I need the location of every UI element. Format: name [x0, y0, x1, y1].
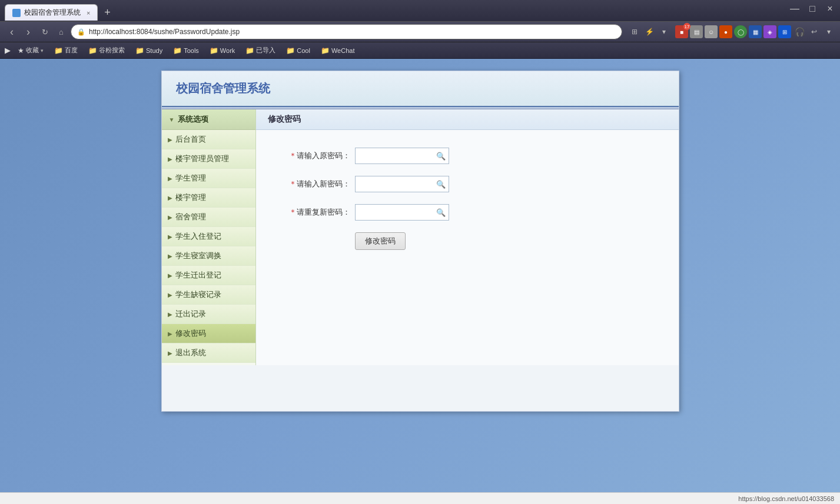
more-icon[interactable]: ▾ — [822, 25, 835, 38]
lightning-icon[interactable]: ⚡ — [643, 25, 656, 38]
nav-expand-icon[interactable]: ▾ — [658, 25, 670, 38]
maximize-button[interactable]: □ — [808, 5, 816, 13]
sidebar-arrow-icon: ▶ — [168, 311, 172, 318]
bookmark-wechat[interactable]: 📁 WeChat — [317, 45, 358, 56]
bookmark-imported[interactable]: 📁 已导入 — [242, 45, 279, 56]
bookmark-label: WeChat — [331, 47, 355, 54]
sidebar-item-label: 迁出记录 — [175, 309, 206, 319]
sidebar-arrow-icon: ▶ — [168, 175, 172, 182]
confirm-password-label: ＊请重复新密码： — [280, 207, 350, 218]
nav-right-icons: ⊞ ⚡ ▾ — [628, 25, 670, 38]
old-password-label: ＊请输入原密码： — [280, 151, 350, 161]
sidebar-item-label: 学生迁出登记 — [175, 270, 221, 281]
home-button[interactable]: ⌂ — [54, 25, 68, 39]
navigation-bar: ‹ › ↻ ⌂ 🔒 http://localhost:8084/sushe/Pa… — [0, 21, 840, 42]
ext-icon-3[interactable]: ☺ — [705, 25, 718, 38]
bookmark-label: Study — [146, 47, 162, 54]
bookmark-gufensousuo[interactable]: 📁 谷粉搜索 — [85, 45, 128, 56]
confirm-password-input[interactable] — [355, 204, 449, 221]
play-icon[interactable]: ▶ — [5, 46, 11, 55]
sidebar-item-label: 宿舍管理 — [175, 212, 206, 222]
page-container: 校园宿舍管理系统 ▼ 系统选项 ▶ 后台首页 ▶ 楼宇管理员管理 — [161, 71, 679, 412]
study-folder-icon: 📁 — [135, 46, 144, 55]
tab-title: 校园宿舍管理系统 — [24, 8, 81, 18]
eye-icon-new[interactable]: 🔍 — [436, 180, 446, 189]
new-tab-button[interactable]: + — [99, 4, 115, 21]
sidebar-item-move-record[interactable]: ▶ 迁出记录 — [162, 305, 255, 324]
ext-icon-2[interactable]: ▤ — [690, 25, 703, 38]
sidebar-arrow-icon: ▶ — [168, 331, 172, 337]
ext-icon-7[interactable]: ◈ — [763, 25, 776, 38]
ext-icon-6[interactable]: ▦ — [749, 25, 762, 38]
eye-icon-old[interactable]: 🔍 — [436, 152, 446, 161]
sidebar-item-label: 修改密码 — [175, 328, 206, 339]
sidebar-item-room-change[interactable]: ▶ 学生寝室调换 — [162, 246, 255, 266]
required-mark: ＊ — [289, 208, 297, 216]
bookmark-label: 百度 — [65, 46, 78, 55]
required-mark: ＊ — [289, 151, 297, 160]
sidebar-item-label: 学生管理 — [175, 173, 206, 183]
ext-icon-8[interactable]: ⊞ — [778, 25, 791, 38]
sidebar-item-dashboard[interactable]: ▶ 后台首页 — [162, 130, 255, 149]
old-password-wrapper: 🔍 — [355, 148, 449, 164]
page-header: 校园宿舍管理系统 — [162, 71, 679, 107]
sidebar-header-arrow: ▼ — [169, 116, 175, 123]
refresh-button[interactable]: ↻ — [38, 25, 52, 39]
minimize-button[interactable]: — — [791, 5, 799, 13]
bookmark-label: Cool — [297, 47, 310, 54]
sidebar-arrow-icon: ▶ — [168, 292, 172, 298]
sidebar-arrow-icon: ▶ — [168, 136, 172, 143]
submit-button[interactable]: 修改密码 — [355, 232, 406, 250]
new-password-input[interactable] — [355, 176, 449, 192]
headphone-icon[interactable]: 🎧 — [793, 25, 806, 38]
old-password-input[interactable] — [355, 148, 449, 164]
eye-icon-confirm[interactable]: 🔍 — [436, 208, 446, 217]
tab-close-button[interactable]: × — [87, 9, 90, 16]
ext-icon-5[interactable]: ◯ — [734, 25, 747, 38]
bookmark-tools[interactable]: 📁 Tools — [170, 45, 202, 56]
bookmark-cool[interactable]: 📁 Cool — [283, 45, 314, 56]
address-bar[interactable]: 🔒 http://localhost:8084/sushe/PasswordUp… — [71, 24, 622, 39]
bookmark-favorites[interactable]: ★ 收藏 ▾ — [14, 45, 47, 56]
sidebar-item-building[interactable]: ▶ 楼宇管理 — [162, 188, 255, 208]
confirm-password-wrapper: 🔍 — [355, 204, 449, 221]
sidebar-arrow-icon: ▶ — [168, 350, 172, 356]
sidebar-arrow-icon: ▶ — [168, 156, 172, 162]
dropdown-arrow: ▾ — [41, 48, 44, 54]
sidebar-item-student[interactable]: ▶ 学生管理 — [162, 169, 255, 188]
sidebar-item-change-password[interactable]: ▶ 修改密码 — [162, 324, 255, 343]
sidebar-arrow-icon: ▶ — [168, 195, 172, 201]
new-password-row: ＊请输入新密码： 🔍 — [280, 176, 655, 192]
ext-icon-1[interactable]: 17 ■ — [675, 25, 688, 38]
status-url: https://blog.csdn.net/u014033568 — [738, 495, 834, 502]
sidebar-item-checkin[interactable]: ▶ 学生入住登记 — [162, 227, 255, 246]
sidebar-item-logout[interactable]: ▶ 退出系统 — [162, 343, 255, 363]
close-window-button[interactable]: × — [826, 5, 834, 13]
submit-row: 修改密码 — [280, 232, 655, 250]
grid-icon[interactable]: ⊞ — [628, 25, 641, 38]
undo-icon[interactable]: ↩ — [808, 25, 821, 38]
bookmark-baidu[interactable]: 📁 百度 — [51, 45, 81, 56]
tab-bar: 校园宿舍管理系统 × + — □ × — [0, 0, 840, 21]
confirm-password-row: ＊请重复新密码： 🔍 — [280, 204, 655, 221]
wechat-folder-icon: 📁 — [321, 46, 330, 55]
back-button[interactable]: ‹ — [5, 25, 19, 39]
search-folder-icon: 📁 — [88, 46, 97, 55]
sidebar-item-label: 学生寝室调换 — [175, 251, 221, 261]
forward-button[interactable]: › — [21, 25, 35, 39]
bookmark-label: Tools — [184, 47, 199, 54]
active-tab[interactable]: 校园宿舍管理系统 × — [5, 4, 98, 21]
sidebar-item-dorm[interactable]: ▶ 宿舍管理 — [162, 208, 255, 227]
bookmark-label: 已导入 — [256, 46, 275, 55]
sidebar-item-building-admin[interactable]: ▶ 楼宇管理员管理 — [162, 149, 255, 169]
bookmark-study[interactable]: 📁 Study — [132, 45, 166, 56]
ext-icon-4[interactable]: ● — [719, 25, 732, 38]
tab-favicon — [12, 9, 21, 17]
section-title: 修改密码 — [268, 114, 301, 124]
sidebar-item-checkout[interactable]: ▶ 学生迁出登记 — [162, 266, 255, 285]
bookmark-work[interactable]: 📁 Work — [206, 45, 238, 56]
page-body: ▼ 系统选项 ▶ 后台首页 ▶ 楼宇管理员管理 ▶ 学生管理 ▶ 楼宇管理 — [162, 109, 679, 365]
bookmarks-bar: ▶ ★ 收藏 ▾ 📁 百度 📁 谷粉搜索 📁 Study 📁 Tools 📁 W… — [0, 42, 840, 59]
sidebar: ▼ 系统选项 ▶ 后台首页 ▶ 楼宇管理员管理 ▶ 学生管理 ▶ 楼宇管理 — [162, 109, 256, 365]
sidebar-item-absence[interactable]: ▶ 学生缺寝记录 — [162, 285, 255, 305]
